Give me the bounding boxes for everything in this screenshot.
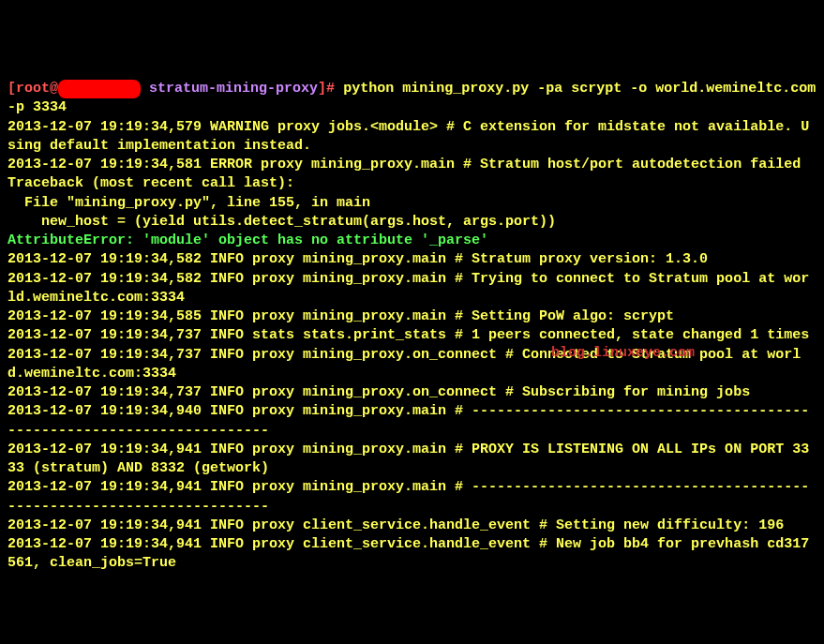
prompt-at: @	[50, 81, 58, 97]
log-line-info-subscribing: 2013-12-07 19:19:34,737 INFO proxy minin…	[7, 384, 750, 400]
log-line-info-listening: 2013-12-07 19:19:34,941 INFO proxy minin…	[7, 442, 809, 476]
log-line-warning: 2013-12-07 19:19:34,579 WARNING proxy jo…	[7, 119, 809, 154]
prompt-directory: stratum-mining-proxy	[149, 81, 318, 97]
log-line-info-newjob: 2013-12-07 19:19:34,941 INFO proxy clien…	[7, 536, 809, 571]
log-line-info-pow: 2013-12-07 19:19:34,585 INFO proxy minin…	[7, 308, 674, 324]
terminal-window[interactable]: [root@ stratum-mining-proxy]# python min…	[7, 80, 817, 574]
prompt-user: root	[16, 81, 50, 97]
log-line-info-divider1: 2013-12-07 19:19:34,940 INFO proxy minin…	[7, 403, 809, 438]
log-line-attribute-error: AttributeError: 'module' object has no a…	[7, 232, 488, 248]
prompt-space	[141, 81, 149, 97]
log-line-info-connected: 2013-12-07 19:19:34,737 INFO proxy minin…	[7, 347, 801, 382]
log-line-traceback-header: Traceback (most recent call last):	[7, 175, 294, 191]
log-line-info-stats: 2013-12-07 19:19:34,737 INFO stats stats…	[7, 327, 809, 343]
prompt-open-bracket: [	[7, 81, 16, 97]
log-line-error: 2013-12-07 19:19:34,581 ERROR proxy mini…	[7, 157, 801, 172]
log-line-info-divider2: 2013-12-07 19:19:34,941 INFO proxy minin…	[7, 479, 809, 514]
log-line-traceback-file: File "mining_proxy.py", line 155, in mai…	[7, 195, 370, 211]
log-line-info-connect: 2013-12-07 19:19:34,582 INFO proxy minin…	[7, 271, 809, 306]
prompt-symbol: ]#	[318, 81, 343, 97]
prompt-host-redacted	[58, 80, 141, 98]
log-line-info-version: 2013-12-07 19:19:34,582 INFO proxy minin…	[7, 251, 708, 267]
log-line-info-difficulty: 2013-12-07 19:19:34,941 INFO proxy clien…	[7, 517, 784, 533]
log-line-traceback-code: new_host = (yield utils.detect_stratum(a…	[7, 214, 556, 230]
